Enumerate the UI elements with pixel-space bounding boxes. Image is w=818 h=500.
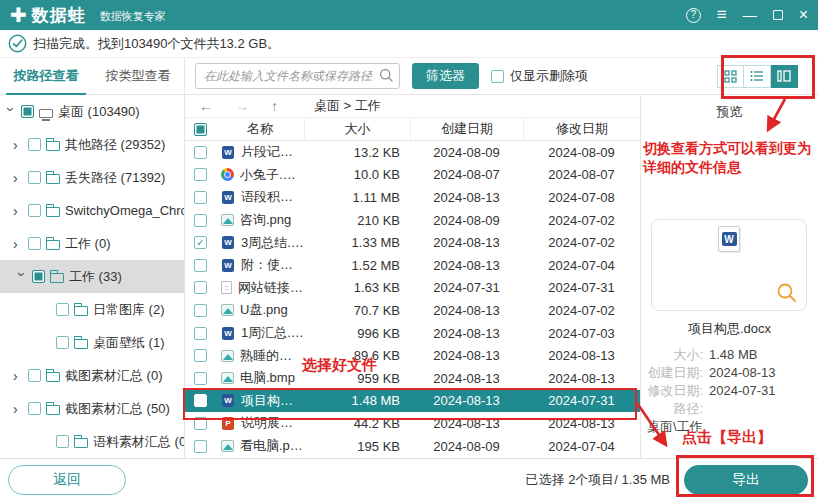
file-row-checkbox[interactable] xyxy=(194,394,207,407)
sidebar-tree-item[interactable]: 桌面壁纸 (1) xyxy=(0,326,184,359)
file-row[interactable]: 1周汇总.docx 996 KB 2024-08-13 2024-07-03 xyxy=(185,322,640,345)
tree-item-checkbox[interactable] xyxy=(28,237,41,250)
file-row-checkbox[interactable] xyxy=(194,146,207,159)
file-created-date: 2024-08-09 xyxy=(410,213,523,228)
minimize-button[interactable]: — xyxy=(743,8,757,22)
tree-item-checkbox[interactable] xyxy=(28,204,41,217)
file-row-checkbox[interactable] xyxy=(194,236,207,249)
file-row[interactable]: 小兔子.webp 10.0 KB 2024-08-07 2024-08-07 xyxy=(185,164,640,187)
tree-item-checkbox[interactable] xyxy=(32,270,45,283)
file-modified-date: 2024-07-31 xyxy=(523,393,640,408)
breadcrumb: 桌面 > 工作 xyxy=(314,97,381,115)
chevron-icon[interactable]: › xyxy=(13,206,23,216)
tab-view-by-type[interactable]: 按类型查看 xyxy=(92,58,184,94)
tree-item-checkbox[interactable] xyxy=(21,105,34,118)
chevron-icon[interactable]: › xyxy=(13,140,23,150)
file-name: 语段积累.docx xyxy=(241,188,304,206)
show-deleted-only-checkbox[interactable]: 仅显示删除项 xyxy=(491,67,588,85)
chevron-icon[interactable]: › xyxy=(13,371,23,381)
preview-zoom-icon[interactable] xyxy=(776,282,798,304)
select-all-checkbox[interactable] xyxy=(194,123,207,136)
tree-item-checkbox[interactable] xyxy=(28,369,41,382)
image-file-icon xyxy=(221,214,234,226)
file-modified-date: 2024-08-07 xyxy=(523,167,640,182)
file-row[interactable]: 网站链接.txt 1.63 KB 2024-07-31 2024-07-31 xyxy=(185,277,640,300)
maximize-button[interactable] xyxy=(773,10,783,20)
file-row[interactable]: U盘.png 70.7 KB 2024-08-13 2024-07-02 xyxy=(185,299,640,322)
file-row[interactable]: 语段积累.docx 1.11 MB 2024-08-13 2024-07-08 xyxy=(185,186,640,209)
sidebar-tree-item[interactable]: › 桌面 (103490) xyxy=(0,95,184,128)
column-header-size[interactable]: 大小 xyxy=(304,118,410,140)
file-name: 看电脑.png xyxy=(240,437,304,455)
file-row-checkbox[interactable] xyxy=(194,372,207,385)
chevron-icon[interactable]: › xyxy=(17,272,27,282)
export-button[interactable]: 导出 xyxy=(684,465,808,495)
tree-item-checkbox[interactable] xyxy=(56,435,69,448)
file-row-checkbox[interactable] xyxy=(194,349,207,362)
nav-up-icon[interactable]: ↑ xyxy=(271,98,278,114)
file-row-checkbox[interactable] xyxy=(194,440,207,453)
file-name: 小兔子.webp xyxy=(240,166,304,184)
sidebar-tree-item[interactable]: › 工作 (0) xyxy=(0,227,184,260)
help-icon[interactable]: ? xyxy=(686,8,701,23)
column-header-created[interactable]: 创建日期 xyxy=(410,118,523,140)
file-row[interactable]: 咨询.png 210 KB 2024-08-09 2024-07-02 xyxy=(185,209,640,232)
file-row-checkbox[interactable] xyxy=(194,304,207,317)
sidebar-tree-item[interactable]: › 截图素材汇总 (50) xyxy=(0,392,184,425)
nav-forward-icon[interactable]: → xyxy=(235,98,249,114)
file-row[interactable]: 说明展示.pptx 44.2 KB 2024-08-13 2024-08-13 xyxy=(185,412,640,435)
column-header-modified[interactable]: 修改日期 xyxy=(523,118,640,140)
file-size: 70.7 KB xyxy=(304,303,410,318)
file-list-area: ← → ↑ 桌面 > 工作 名称 大小 创建日期 修改日期 片段记录.d xyxy=(185,95,640,458)
file-row-checkbox[interactable] xyxy=(194,281,207,294)
menu-icon[interactable]: ≡ xyxy=(717,8,727,22)
sidebar-tree-item[interactable]: 日常图库 (2) xyxy=(0,293,184,326)
word-file-icon xyxy=(221,145,235,159)
file-row[interactable]: 熟睡的小猫.jpg 89.6 KB 2024-08-13 2024-08-13 xyxy=(185,344,640,367)
sidebar-tree-item[interactable]: › 工作 (33) xyxy=(0,260,184,293)
sidebar-tree-item[interactable]: › 丢失路径 (71392) xyxy=(0,161,184,194)
detail-view-button[interactable] xyxy=(771,65,798,88)
file-row-checkbox[interactable] xyxy=(194,417,207,430)
back-button[interactable]: 返回 xyxy=(8,465,126,495)
chevron-icon[interactable]: › xyxy=(13,173,23,183)
file-row[interactable]: 电脑.bmp 959 KB 2024-08-13 2024-08-13 xyxy=(185,367,640,390)
chevron-icon[interactable]: › xyxy=(6,107,16,117)
sidebar-tree-item[interactable]: › SwitchyOmega_Chromiur xyxy=(0,194,184,227)
sidebar-tree-item[interactable]: 语料素材汇总 (0) xyxy=(0,425,184,458)
file-created-date: 2024-08-13 xyxy=(410,416,523,431)
list-view-icon xyxy=(750,70,764,82)
column-header-name[interactable]: 名称 xyxy=(219,118,304,140)
search-input[interactable] xyxy=(195,63,400,89)
chevron-icon[interactable]: › xyxy=(13,239,23,249)
file-row[interactable]: 看电脑.png 195 KB 2024-08-09 2024-07-04 xyxy=(185,435,640,458)
file-row-checkbox[interactable] xyxy=(194,259,207,272)
file-name: 3周总结.docx xyxy=(241,234,304,252)
file-row[interactable]: 项目构思.docx 1.48 MB 2024-08-13 2024-07-31 xyxy=(185,390,640,413)
tree-item-checkbox[interactable] xyxy=(56,336,69,349)
sidebar-tree-item[interactable]: › 截图素材汇总 (0) xyxy=(0,359,184,392)
deleted-only-checkbox-box[interactable] xyxy=(491,70,504,83)
tree-item-checkbox[interactable] xyxy=(56,303,69,316)
chevron-icon[interactable]: › xyxy=(13,404,23,414)
file-row-checkbox[interactable] xyxy=(194,327,207,340)
preview-thumbnail-box xyxy=(651,219,807,311)
tree-item-checkbox[interactable] xyxy=(28,171,41,184)
tree-item-checkbox[interactable] xyxy=(28,138,41,151)
list-view-button[interactable] xyxy=(744,65,771,88)
file-row[interactable]: 附：使用注意... 1.52 MB 2024-08-13 2024-07-04 xyxy=(185,254,640,277)
file-row-checkbox[interactable] xyxy=(194,191,207,204)
filter-button[interactable]: 筛选器 xyxy=(412,63,479,89)
grid-view-button[interactable] xyxy=(717,65,744,88)
close-button[interactable]: × xyxy=(799,8,808,22)
nav-back-icon[interactable]: ← xyxy=(199,98,213,114)
tab-view-by-path[interactable]: 按路径查看 xyxy=(0,58,92,94)
file-created-date: 2024-08-13 xyxy=(410,348,523,363)
file-row[interactable]: 片段记录.docx 13.2 KB 2024-08-09 2024-08-09 xyxy=(185,141,640,164)
file-row-checkbox[interactable] xyxy=(194,214,207,227)
file-row[interactable]: 3周总结.docx 1.33 MB 2024-08-13 2024-07-02 xyxy=(185,231,640,254)
file-row-checkbox[interactable] xyxy=(194,168,207,181)
file-size: 959 KB xyxy=(304,371,410,386)
sidebar-tree-item[interactable]: › 其他路径 (29352) xyxy=(0,128,184,161)
tree-item-checkbox[interactable] xyxy=(28,402,41,415)
